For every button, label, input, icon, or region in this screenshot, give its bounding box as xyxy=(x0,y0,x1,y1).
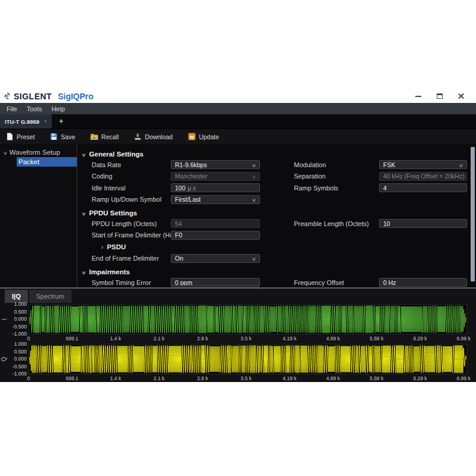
x-tick-label: 4.19 k xyxy=(283,375,296,381)
tree-item-packet[interactable]: Packet xyxy=(17,157,77,167)
y-tick-label: -0.500 xyxy=(12,325,27,329)
menu-tools[interactable]: Tools xyxy=(23,104,46,114)
x-tick-label: 6.29 k xyxy=(413,375,427,381)
view-tab-bar: I|Q Spectrum xyxy=(0,290,476,303)
idle-interval-field[interactable]: 100μ s xyxy=(171,183,260,192)
frequency-offset-field[interactable]: 0 Hz xyxy=(379,278,467,287)
ramp-updown-select[interactable]: First/Last xyxy=(171,195,260,204)
chevron-down-icon xyxy=(4,149,7,156)
separation-field: 40 kHz (Freq Offset = 20kHz) xyxy=(379,172,467,181)
y-tick-label: 1.000 xyxy=(14,342,27,346)
x-tick-label: 4.89 k xyxy=(326,375,340,381)
save-button[interactable]: Save xyxy=(50,133,75,140)
modulation-label: Modulation xyxy=(294,161,379,168)
brand-text: SIGLENT xyxy=(14,92,52,101)
x-tick-label: 2.8 k xyxy=(197,336,208,342)
x-tick-label: 2.1 k xyxy=(154,375,164,381)
sfd-label: Start of Frame Delimiter (Hex) xyxy=(92,231,171,239)
document-icon xyxy=(6,133,14,140)
y-tick-label: 1.000 xyxy=(14,302,27,306)
download-icon xyxy=(134,133,142,140)
chevron-down-icon xyxy=(252,161,256,168)
separation-value: 40 kHz (Freq Offset = 20kHz) xyxy=(383,173,465,180)
settings-scrollbar[interactable] xyxy=(471,147,475,281)
modulation-select[interactable]: FSK xyxy=(379,160,467,169)
new-tab-button[interactable]: + xyxy=(52,114,70,129)
title-bar: SIGLENT SigIQPro ✕ xyxy=(0,89,476,103)
i-axis-title: I xyxy=(0,304,8,334)
x-tick-label: 3.5 k xyxy=(240,375,251,381)
app-window: SIGLENT SigIQPro ✕ File Tools Help ITU-T… xyxy=(0,89,476,382)
save-label: Save xyxy=(61,133,75,140)
coding-value: Manchester xyxy=(175,173,208,180)
download-button[interactable]: Download xyxy=(134,133,173,140)
waveform-tree-panel: Waveform Setup Packet xyxy=(0,144,77,287)
tab-close-icon[interactable]: × xyxy=(44,118,47,124)
section-impairments[interactable]: Impairments xyxy=(77,267,476,277)
tree-item-waveform-setup[interactable]: Waveform Setup xyxy=(0,147,77,157)
q-x-ticks: 0699.11.4 k2.1 k2.8 k3.5 k4.19 k4.89 k5.… xyxy=(29,374,467,381)
data-rate-value: R1-9.6kbps xyxy=(175,161,207,168)
symbol-timing-error-label: Symbol Timing Error xyxy=(92,279,171,286)
x-tick-label: 699.1 xyxy=(65,336,78,342)
q-chart: Q 1.0000.5000.000-0.500-1.000 xyxy=(0,344,476,374)
idle-interval-unit: μ s xyxy=(188,185,196,192)
close-button[interactable]: ✕ xyxy=(457,92,465,101)
i-plot-area xyxy=(29,304,467,334)
tree-child-label: Packet xyxy=(18,158,39,165)
ramp-updown-value: First/Last xyxy=(175,196,201,203)
eofd-select[interactable]: On xyxy=(171,254,260,263)
x-tick-label: 0 xyxy=(27,336,30,342)
ppdu-length-label: PPDU Length (Octets) xyxy=(92,220,171,227)
i-waveform xyxy=(29,305,466,334)
preset-button[interactable]: Preset xyxy=(6,133,35,140)
y-tick-label: -1.000 xyxy=(12,332,27,336)
waveform-view-panel: I|Q Spectrum I 1.0000.5000.000-0.500-1.0… xyxy=(0,289,476,381)
coding-label: Coding xyxy=(92,173,171,180)
recall-button[interactable]: Recall xyxy=(90,133,118,140)
menu-help[interactable]: Help xyxy=(47,104,69,114)
sfd-field[interactable]: F0 xyxy=(171,231,260,240)
y-tick-label: 0.500 xyxy=(14,310,27,314)
frequency-offset-label: Frequency Offset xyxy=(294,279,379,286)
document-tab-bar: ITU-T G.9959 × + xyxy=(0,114,476,129)
maximize-button[interactable] xyxy=(436,92,444,101)
data-rate-select[interactable]: R1-9.6kbps xyxy=(171,160,260,169)
y-tick-label: -1.000 xyxy=(12,372,27,376)
x-tick-label: 6.99 k xyxy=(457,375,471,381)
chevron-right-icon xyxy=(101,243,104,250)
tree-item-psdu[interactable]: PSDU xyxy=(77,241,476,253)
section-general-settings[interactable]: General Settings xyxy=(77,149,476,159)
x-tick-label: 2.8 k xyxy=(197,375,208,381)
ppdu-length-field: 54 xyxy=(171,219,260,228)
x-tick-label: 0 xyxy=(27,375,30,381)
update-label: Update xyxy=(199,133,219,140)
update-icon: W xyxy=(188,133,196,140)
coding-select: Manchester xyxy=(171,172,260,181)
tree-root-label: Waveform Setup xyxy=(10,149,60,156)
update-button[interactable]: W Update xyxy=(188,133,219,140)
section-title: PPDU Settings xyxy=(89,209,137,217)
x-tick-label: 1.4 k xyxy=(110,336,121,342)
chevron-down-icon xyxy=(252,196,256,203)
preamble-length-field[interactable]: 10 xyxy=(379,219,467,228)
sfd-value: F0 xyxy=(175,231,182,239)
y-tick-label: 0.500 xyxy=(14,350,27,354)
recall-label: Recall xyxy=(101,133,118,140)
folder-icon xyxy=(90,133,98,140)
x-tick-label: 699.1 xyxy=(65,375,78,381)
ppdu-length-value: 54 xyxy=(175,220,182,227)
modulation-value: FSK xyxy=(383,161,395,168)
menu-file[interactable]: File xyxy=(2,104,21,114)
q-y-ticks: 1.0000.5000.000-0.500-1.000 xyxy=(8,342,29,376)
frequency-offset-value: 0 Hz xyxy=(383,279,396,286)
ramp-symbols-field[interactable]: 4 xyxy=(379,183,467,192)
section-ppdu-settings[interactable]: PPDU Settings xyxy=(77,208,476,218)
app-title: SigIQPro xyxy=(58,92,93,101)
eofd-value: On xyxy=(175,255,183,262)
tab-itu-t-g9959[interactable]: ITU-T G.9959 × xyxy=(0,114,52,129)
minimize-button[interactable] xyxy=(414,92,422,101)
i-chart: I 1.0000.5000.000-0.500-1.000 xyxy=(0,304,476,334)
tab-spectrum[interactable]: Spectrum xyxy=(29,290,71,303)
siglent-logo-icon xyxy=(4,92,11,100)
